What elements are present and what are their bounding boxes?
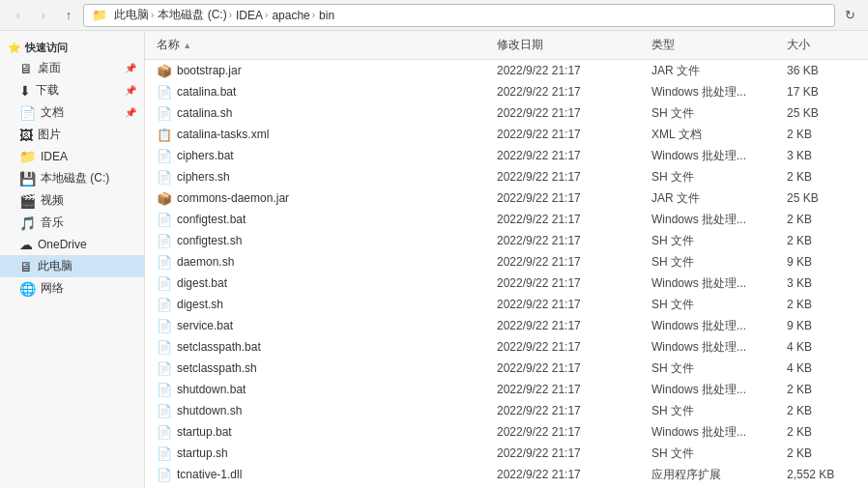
file-name: shutdown.bat (177, 383, 246, 396)
sidebar-item-thispc[interactable]: 🖥 此电脑 (0, 255, 144, 277)
column-date-label: 修改日期 (497, 38, 543, 51)
file-size-cell: 2 KB (783, 425, 860, 439)
sidebar-item-label: 图片 (38, 127, 61, 143)
address-part: bin (319, 9, 334, 22)
table-row[interactable]: 📄 ciphers.bat 2022/9/22 21:17 Windows 批处… (145, 145, 868, 166)
file-type-cell: Windows 批处理... (648, 275, 783, 292)
sidebar-item-idea[interactable]: 📁 IDEA (0, 146, 144, 167)
sidebar-item-label: IDEA (41, 150, 68, 163)
chevron-icon: › (265, 10, 268, 20)
sidebar-item-videos[interactable]: 🎬 视频 (0, 189, 144, 212)
up-button[interactable]: ↑ (58, 5, 79, 26)
table-row[interactable]: 📄 configtest.sh 2022/9/22 21:17 SH 文件 2 … (145, 230, 868, 251)
sidebar-item-music[interactable]: 🎵 音乐 (0, 212, 144, 234)
quick-access-header: ⭐ 快速访问 (0, 35, 144, 57)
column-date[interactable]: 修改日期 (493, 35, 648, 55)
table-row[interactable]: 📄 ciphers.sh 2022/9/22 21:17 SH 文件 2 KB (145, 166, 868, 187)
file-date-cell: 2022/9/22 21:17 (493, 106, 648, 120)
file-type-icon: 📄 (157, 361, 172, 376)
file-name-cell: 📄 configtest.sh (153, 234, 493, 248)
sidebar-item-downloads[interactable]: ⬇ 下载 📌 (0, 79, 144, 101)
pin-icon: 📌 (125, 107, 136, 118)
table-row[interactable]: 📄 shutdown.bat 2022/9/22 21:17 Windows 批… (145, 379, 868, 400)
file-name-cell: 📄 digest.bat (153, 276, 493, 291)
file-name: setclasspath.bat (177, 340, 261, 354)
table-row[interactable]: 📄 setclasspath.bat 2022/9/22 21:17 Windo… (145, 336, 868, 358)
table-row[interactable]: 📋 catalina-tasks.xml 2022/9/22 21:17 XML… (145, 124, 868, 145)
file-type-icon: 📄 (157, 213, 172, 227)
sidebar-item-pictures[interactable]: 🖼 图片 (0, 124, 144, 146)
table-row[interactable]: 📄 catalina.bat 2022/9/22 21:17 Windows 批… (145, 81, 868, 102)
column-type[interactable]: 类型 (648, 35, 783, 55)
file-type-cell: Windows 批处理... (648, 148, 783, 164)
refresh-button[interactable]: ↻ (839, 5, 860, 26)
column-name[interactable]: 名称 ▲ (153, 35, 493, 55)
videos-icon: 🎬 (19, 193, 36, 209)
desktop-icon: 🖥 (19, 61, 33, 76)
file-type-cell: XML 文档 (648, 127, 783, 143)
table-row[interactable]: 📄 catalina.sh 2022/9/22 21:17 SH 文件 25 K… (145, 102, 868, 124)
file-name: digest.bat (177, 276, 227, 290)
chevron-icon: › (229, 10, 232, 20)
file-name: startup.sh (177, 446, 228, 460)
file-type-icon: 📦 (157, 191, 172, 206)
file-name-cell: 📄 shutdown.bat (153, 383, 493, 397)
pin-icon: 📌 (125, 63, 136, 73)
downloads-icon: ⬇ (19, 83, 31, 99)
file-name: bootstrap.jar (177, 64, 242, 77)
sidebar-item-network[interactable]: 🌐 网络 (0, 277, 144, 300)
file-size-cell: 3 KB (783, 149, 860, 162)
file-date-cell: 2022/9/22 21:17 (493, 425, 648, 439)
sidebar-item-documents[interactable]: 📄 文档 📌 (0, 101, 144, 124)
file-name-cell: 📄 startup.bat (153, 425, 493, 440)
file-type-icon: 📄 (157, 340, 172, 355)
address-input[interactable]: 📁 此电脑 › 本地磁盘 (C:) › IDEA › apache › bin (83, 4, 835, 27)
file-name: daemon.sh (177, 255, 234, 269)
sidebar-item-desktop[interactable]: 🖥 桌面 📌 (0, 57, 144, 79)
table-row[interactable]: 📄 daemon.sh 2022/9/22 21:17 SH 文件 9 KB (145, 251, 868, 273)
file-name-cell: 📄 setclasspath.sh (153, 361, 493, 376)
file-size-cell: 2 KB (783, 383, 860, 396)
table-row[interactable]: 📄 service.bat 2022/9/22 21:17 Windows 批处… (145, 315, 868, 336)
file-type-cell: Windows 批处理... (648, 424, 783, 441)
file-name-cell: 📄 catalina.bat (153, 85, 493, 100)
table-row[interactable]: 📦 bootstrap.jar 2022/9/22 21:17 JAR 文件 3… (145, 60, 868, 81)
file-name-cell: 📄 tcnative-1.dll (153, 468, 493, 482)
file-name: catalina.sh (177, 106, 232, 120)
pictures-icon: 🖼 (19, 128, 33, 143)
file-type-cell: SH 文件 (648, 169, 783, 186)
file-date-cell: 2022/9/22 21:17 (493, 404, 648, 417)
sidebar-item-localdisk[interactable]: 💾 本地磁盘 (C:) (0, 167, 144, 189)
table-row[interactable]: 📦 commons-daemon.jar 2022/9/22 21:17 JAR… (145, 187, 868, 209)
file-type-icon: 📄 (157, 170, 172, 185)
file-rows: 📦 bootstrap.jar 2022/9/22 21:17 JAR 文件 3… (145, 60, 868, 488)
file-type-cell: Windows 批处理... (648, 212, 783, 228)
column-size[interactable]: 大小 (783, 35, 860, 55)
file-name: catalina-tasks.xml (177, 128, 269, 141)
file-type-icon: 📄 (157, 319, 172, 333)
table-row[interactable]: 📄 digest.sh 2022/9/22 21:17 SH 文件 2 KB (145, 294, 868, 315)
address-segment-1: 此电脑 › (114, 7, 154, 23)
table-row[interactable]: 📄 configtest.bat 2022/9/22 21:17 Windows… (145, 209, 868, 230)
file-type-cell: Windows 批处理... (648, 339, 783, 356)
sidebar-item-label: 本地磁盘 (C:) (41, 170, 109, 187)
table-row[interactable]: 📄 tcnative-1.dll 2022/9/22 21:17 应用程序扩展 … (145, 464, 868, 485)
sidebar-item-label: OneDrive (38, 238, 87, 251)
sidebar-item-label: 文档 (41, 104, 64, 121)
disk-icon: 💾 (19, 171, 36, 187)
file-size-cell: 36 KB (783, 64, 860, 77)
file-name: tcnative-1.dll (177, 468, 242, 481)
table-row[interactable]: 📄 setclasspath.sh 2022/9/22 21:17 SH 文件 … (145, 358, 868, 379)
file-size-cell: 2,552 KB (783, 468, 860, 481)
forward-button[interactable]: › (33, 5, 54, 26)
table-row[interactable]: 📄 shutdown.sh 2022/9/22 21:17 SH 文件 2 KB (145, 400, 868, 421)
file-name-cell: 📦 commons-daemon.jar (153, 191, 493, 206)
table-row[interactable]: 📄 startup.bat 2022/9/22 21:17 Windows 批处… (145, 421, 868, 443)
table-row[interactable]: 📄 digest.bat 2022/9/22 21:17 Windows 批处理… (145, 273, 868, 294)
file-type-cell: SH 文件 (648, 254, 783, 271)
sidebar-item-onedrive[interactable]: ☁ OneDrive (0, 234, 144, 255)
back-button[interactable]: ‹ (8, 5, 29, 26)
table-row[interactable]: 📄 startup.sh 2022/9/22 21:17 SH 文件 2 KB (145, 443, 868, 464)
file-name: setclasspath.sh (177, 361, 257, 375)
file-list-area: 名称 ▲ 修改日期 类型 大小 📦 bootstrap.jar 2022/9/2… (145, 31, 868, 488)
